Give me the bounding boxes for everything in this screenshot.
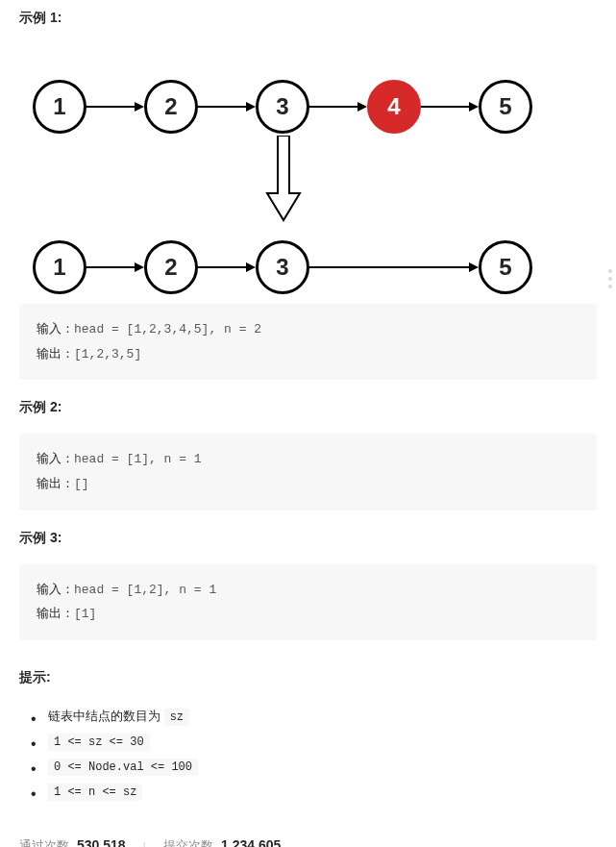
submit-count: 提交次数 1,234,605 (163, 837, 281, 847)
arrow-down-icon (264, 136, 303, 222)
node-3-top: 3 (256, 80, 309, 134)
svg-marker-3 (246, 102, 256, 112)
input-value: head = [1,2], n = 1 (74, 583, 216, 597)
example-2-title: 示例 2: (19, 399, 597, 416)
submit-label: 提交次数 (163, 837, 213, 847)
divider: | (143, 839, 146, 847)
example-1-title: 示例 1: (19, 10, 597, 27)
pass-count: 通过次数 530,518 (19, 837, 126, 847)
example-1-code: 输入：head = [1,2,3,4,5], n = 2 输出：[1,2,3,5… (19, 304, 597, 380)
svg-rect-10 (279, 189, 288, 197)
output-label: 输出： (37, 346, 74, 361)
arrow-right-icon (421, 95, 479, 118)
svg-marker-12 (135, 262, 144, 272)
svg-rect-8 (278, 136, 289, 195)
input-label: 输入： (37, 451, 74, 465)
input-label: 输入： (37, 582, 74, 596)
node-1-top: 1 (33, 80, 86, 134)
node-3-bottom: 3 (256, 240, 309, 294)
svg-marker-16 (469, 262, 479, 272)
hints-title: 提示: (19, 669, 597, 686)
node-5-top: 5 (479, 80, 532, 134)
hints-list: 链表中结点的数目为 sz 1 <= sz <= 30 0 <= Node.val… (19, 704, 597, 804)
svg-marker-9 (267, 193, 300, 220)
arrow-right-icon (309, 95, 367, 118)
arrow-right-icon (86, 256, 144, 279)
output-label: 输出： (37, 476, 74, 490)
arrow-right-icon (198, 256, 256, 279)
input-value: head = [1,2,3,4,5], n = 2 (74, 322, 261, 336)
arrow-right-icon (86, 95, 144, 118)
drag-handle-icon[interactable] (608, 269, 612, 292)
hint-item: 链表中结点的数目为 sz (48, 704, 597, 729)
arrow-right-long-icon (309, 256, 479, 279)
output-label: 输出： (37, 606, 74, 620)
hint-item: 1 <= n <= sz (48, 779, 597, 804)
output-value: [1] (74, 607, 96, 621)
node-2-bottom: 2 (144, 240, 198, 294)
linked-list-diagram: 1 2 3 4 5 1 2 3 5 (19, 44, 596, 304)
example-2-code: 输入：head = [1], n = 1 输出：[] (19, 434, 597, 510)
node-1-bottom: 1 (33, 240, 86, 294)
hint-item: 1 <= sz <= 30 (48, 729, 597, 754)
pass-value: 530,518 (77, 837, 126, 847)
submit-value: 1,234,605 (221, 837, 281, 847)
input-value: head = [1], n = 1 (74, 452, 202, 466)
svg-marker-5 (357, 102, 367, 112)
output-value: [1,2,3,5] (74, 347, 141, 361)
svg-marker-7 (469, 102, 479, 112)
output-value: [] (74, 477, 89, 491)
hint-item: 0 <= Node.val <= 100 (48, 754, 597, 779)
arrow-right-icon (198, 95, 256, 118)
node-2-top: 2 (144, 80, 198, 134)
input-label: 输入： (37, 321, 74, 336)
stats-bar: 通过次数 530,518 | 提交次数 1,234,605 (19, 837, 597, 847)
svg-marker-1 (135, 102, 144, 112)
pass-label: 通过次数 (19, 837, 69, 847)
node-4-top-highlighted: 4 (367, 80, 421, 134)
node-5-bottom: 5 (479, 240, 532, 294)
example-3-title: 示例 3: (19, 530, 597, 547)
svg-marker-14 (246, 262, 256, 272)
example-3-code: 输入：head = [1,2], n = 1 输出：[1] (19, 564, 597, 640)
